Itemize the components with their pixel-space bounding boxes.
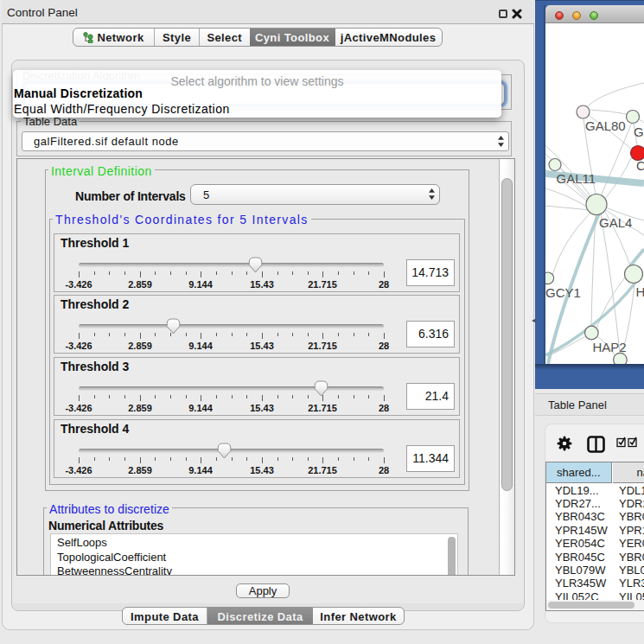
svg-text:H: H	[636, 284, 644, 299]
svg-text:GAL4: GAL4	[599, 215, 632, 230]
svg-text:CY: CY	[636, 158, 644, 173]
svg-text:GAL11: GAL11	[557, 171, 596, 186]
svg-text:GCY1: GCY1	[545, 285, 581, 300]
svg-text:GAL80: GAL80	[585, 118, 626, 133]
svg-text:HAP2: HAP2	[593, 340, 627, 354]
svg-text:GA: GA	[634, 124, 644, 139]
